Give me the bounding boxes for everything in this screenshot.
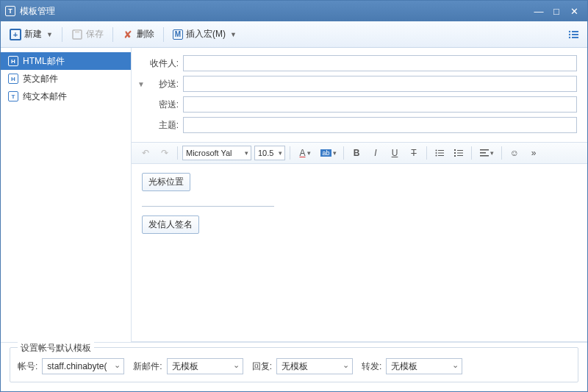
macro-icon: M	[173, 29, 183, 40]
list-icon	[568, 30, 578, 39]
svg-rect-13	[438, 155, 444, 156]
cc-input[interactable]	[183, 76, 577, 92]
divider-line	[142, 206, 274, 207]
sidebar-item-english-mail[interactable]: H 英文邮件	[1, 70, 131, 88]
svg-rect-17	[457, 153, 463, 154]
close-button[interactable]: ✕	[565, 6, 583, 17]
more-button[interactable]: »	[526, 145, 542, 161]
text-icon: T	[8, 91, 18, 101]
cc-collapse-icon[interactable]: ▼	[137, 80, 145, 88]
save-button: 保存	[67, 25, 108, 44]
subject-label: 主题:	[145, 119, 183, 132]
app-icon: T	[5, 6, 15, 16]
bcc-input[interactable]	[183, 96, 577, 113]
chevron-down-icon: ▼	[46, 31, 53, 38]
toolbar-divider	[112, 27, 113, 42]
svg-rect-11	[438, 153, 444, 154]
html-icon: H	[8, 56, 18, 66]
svg-rect-19	[457, 155, 463, 156]
cc-label: 抄送:	[145, 78, 183, 90]
sidebar-item-label: 纯文本邮件	[23, 90, 67, 103]
chevron-down-icon: ▼	[230, 31, 237, 38]
minimize-button[interactable]: —	[530, 6, 548, 17]
delete-button-label: 删除	[137, 28, 154, 40]
svg-rect-22	[480, 155, 489, 157]
maximize-button[interactable]: □	[548, 6, 565, 17]
sidebar-item-label: HTML邮件	[23, 55, 65, 68]
svg-rect-20	[480, 149, 489, 151]
bold-button[interactable]: B	[348, 145, 365, 161]
svg-point-4	[569, 33, 570, 35]
insert-macro-label: 插入宏(M)	[186, 28, 226, 40]
sidebar-item-label: 英文邮件	[23, 73, 58, 85]
account-select[interactable]: staff.chinabyte(	[42, 358, 124, 374]
delete-button[interactable]: ✘ 删除	[118, 25, 159, 44]
to-input[interactable]	[183, 55, 577, 71]
list-view-button[interactable]	[564, 25, 583, 44]
save-icon	[71, 29, 83, 40]
undo-button[interactable]: ↶	[137, 145, 154, 161]
svg-rect-9	[438, 150, 444, 151]
svg-rect-5	[572, 34, 578, 35]
plus-icon: +	[10, 29, 21, 40]
cursor-position-tag[interactable]: 光标位置	[142, 173, 190, 191]
redo-button[interactable]: ↷	[157, 145, 173, 161]
body: H HTML邮件 H 英文邮件 T 纯文本邮件 收件人: ▼	[1, 48, 587, 342]
main-pane: 收件人: ▼ 抄送: 密送: 主题:	[132, 48, 587, 342]
signature-tag[interactable]: 发信人签名	[142, 215, 199, 234]
new-mail-label: 新邮件:	[133, 360, 162, 373]
new-mail-select[interactable]: 无模板	[167, 358, 243, 374]
template-manager-window: T 模板管理 — □ ✕ + 新建 ▼ 保存 ✘ 删除 M 插入宏(M) ▼	[0, 0, 588, 392]
font-color-button[interactable]: A▾	[295, 145, 315, 161]
toolbar-divider	[163, 27, 164, 42]
svg-rect-3	[572, 31, 578, 32]
html-icon: H	[8, 74, 18, 84]
svg-rect-15	[457, 150, 463, 151]
subject-input[interactable]	[183, 117, 577, 133]
svg-rect-18	[454, 155, 456, 157]
to-label: 收件人:	[145, 57, 183, 70]
bullet-list-button[interactable]	[431, 145, 448, 161]
svg-point-12	[436, 155, 437, 157]
svg-point-8	[436, 150, 437, 152]
forward-select[interactable]: 无模板	[386, 358, 462, 374]
header-fields: 收件人: ▼ 抄送: 密送: 主题:	[132, 48, 587, 142]
svg-point-2	[569, 30, 570, 32]
default-template-panel: 设置帐号默认模板 帐号: staff.chinabyte( 新邮件: 无模板 回…	[1, 342, 587, 391]
new-button-label: 新建	[24, 28, 42, 40]
template-sidebar: H HTML邮件 H 英文邮件 T 纯文本邮件	[1, 48, 132, 342]
toolbar-divider	[62, 27, 62, 42]
new-button[interactable]: + 新建 ▼	[5, 25, 57, 44]
forward-label: 转发:	[362, 360, 381, 373]
svg-point-10	[436, 152, 437, 154]
strike-button[interactable]: T	[406, 145, 422, 161]
number-list-icon	[454, 149, 463, 157]
svg-rect-1	[75, 30, 79, 33]
delete-icon: ✘	[122, 29, 134, 40]
titlebar: T 模板管理 — □ ✕	[1, 1, 587, 21]
underline-button[interactable]: U	[387, 145, 403, 161]
sidebar-item-plain-mail[interactable]: T 纯文本邮件	[1, 88, 131, 105]
insert-macro-button[interactable]: M 插入宏(M) ▼	[168, 25, 241, 44]
font-family-select[interactable]: Microsoft Yal	[182, 146, 251, 160]
svg-point-6	[569, 36, 570, 38]
svg-rect-16	[454, 152, 456, 154]
italic-button[interactable]: I	[368, 145, 384, 161]
bcc-label: 密送:	[145, 99, 183, 111]
editor-body[interactable]: 光标位置 发信人签名	[132, 164, 587, 342]
svg-rect-7	[572, 37, 578, 38]
reply-label: 回复:	[252, 360, 272, 373]
highlight-button[interactable]: ab▾	[318, 145, 339, 161]
font-size-select[interactable]: 10.5	[254, 146, 285, 160]
number-list-button[interactable]	[451, 145, 467, 161]
fieldset-legend: 设置帐号默认模板	[18, 342, 94, 354]
reply-select[interactable]: 无模板	[276, 358, 353, 374]
save-button-label: 保存	[86, 28, 104, 40]
main-toolbar: + 新建 ▼ 保存 ✘ 删除 M 插入宏(M) ▼	[1, 21, 587, 48]
account-label: 帐号:	[18, 360, 37, 373]
sidebar-item-html-mail[interactable]: H HTML邮件	[1, 52, 131, 70]
svg-rect-14	[454, 149, 456, 151]
align-button[interactable]: ▾	[476, 145, 497, 161]
editor-toolbar: ↶ ↷ Microsoft Yal 10.5 A▾ ab▾ B I U T	[132, 142, 587, 164]
emoji-button[interactable]: ☺	[506, 145, 523, 161]
